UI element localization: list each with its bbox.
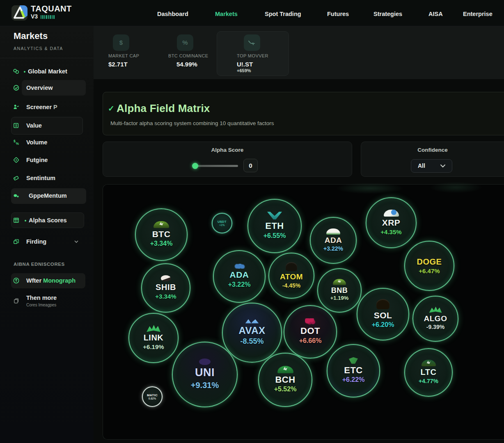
svg-text:$: $ [14, 139, 16, 143]
svg-text:%: % [16, 142, 19, 146]
